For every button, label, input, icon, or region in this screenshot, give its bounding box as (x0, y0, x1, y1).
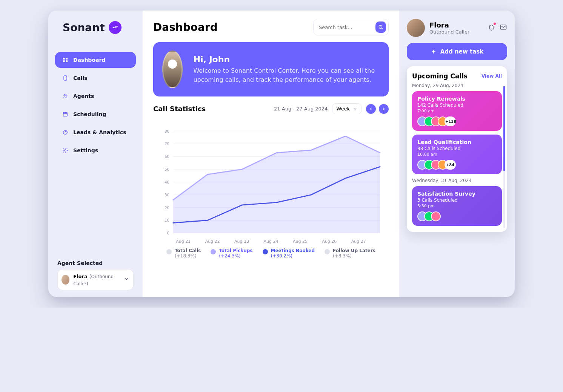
nav-item-dashboard[interactable]: Dashboard (55, 52, 136, 68)
call-time: 3:30 pm (417, 204, 497, 208)
x-tick: Aug 27 (344, 239, 373, 244)
gear-icon (62, 147, 69, 154)
x-tick: Aug 22 (198, 239, 227, 244)
brand-logo-icon (109, 21, 122, 34)
stats-header: Call Statistics 21 Aug - 27 Aug 2024 Wee… (153, 103, 389, 114)
greeting: Hi, John (193, 55, 380, 64)
svg-text:0: 0 (167, 231, 169, 235)
avatar (62, 275, 69, 285)
avatar-stack: +84 (417, 160, 497, 170)
svg-rect-0 (63, 58, 65, 60)
profile-icons (488, 23, 507, 32)
svg-text:60: 60 (165, 155, 169, 159)
legend-item[interactable]: Total Calls(+18.3%) (166, 248, 201, 259)
upcoming-list: Monday, 29 Aug, 2024 Policy Renewals 142… (412, 83, 502, 226)
svg-text:80: 80 (165, 129, 169, 133)
right-panel: Flora Outbound Caller Add new task Upcom… (399, 11, 515, 297)
plus-icon (431, 49, 437, 55)
legend-item[interactable]: Follow Up Laters(+8.3%) (325, 248, 375, 259)
add-task-button[interactable]: Add new task (407, 43, 507, 60)
call-card[interactable]: Satisfaction Survey 3 Calls Scheduled 3:… (412, 186, 502, 226)
hero-description: Welcome to Sonant Control Center. Here y… (193, 66, 380, 84)
phone-icon (62, 75, 69, 81)
welcome-banner: Hi, John Welcome to Sonant Control Cente… (153, 42, 389, 96)
x-tick: Aug 25 (286, 239, 315, 244)
search-input[interactable] (318, 24, 372, 31)
hero-avatar (162, 51, 183, 88)
header: Dashboard (153, 19, 389, 35)
x-tick: Aug 21 (169, 239, 198, 244)
legend-dot-icon (166, 249, 172, 254)
view-all-link[interactable]: View All (481, 74, 502, 79)
mail-icon[interactable] (500, 23, 507, 32)
range-nav (366, 104, 389, 114)
avatar-stack (417, 211, 497, 221)
date-range: 21 Aug - 27 Aug 2024 (274, 106, 328, 112)
upcoming-title: Upcoming Calls (412, 72, 468, 80)
svg-text:20: 20 (165, 206, 169, 210)
agent-selected-heading: Agent Selected (57, 260, 134, 266)
nav-label: Agents (73, 93, 94, 99)
chart: 01020304050607080 (154, 124, 388, 237)
stats-title: Call Statistics (153, 105, 206, 113)
search-button[interactable] (375, 21, 386, 33)
call-time: 7:00 am (417, 109, 497, 113)
sidebar-nav: Dashboard Calls Agents Scheduling (55, 52, 136, 158)
upcoming-date: Wednesday, 31 Aug, 2024 (412, 178, 502, 183)
upcoming-date: Monday, 29 Aug, 2024 (412, 83, 502, 88)
legend-item[interactable]: Total Pickups(+24.3%) (211, 248, 252, 259)
call-card[interactable]: Policy Renewals 142 Calls Scheduled 7:00… (412, 91, 502, 131)
granularity-label: Week (336, 106, 350, 112)
nav-item-agents[interactable]: Agents (55, 88, 136, 104)
granularity-select[interactable]: Week (332, 103, 361, 114)
call-card[interactable]: Lead Qualification 88 Calls Scheduled 10… (412, 135, 502, 174)
brand: Sonant (55, 19, 136, 34)
chart-svg: 01020304050607080 (158, 127, 384, 237)
chevron-right-icon (381, 107, 386, 111)
svg-rect-1 (66, 58, 68, 60)
page-title: Dashboard (153, 21, 218, 34)
profile-avatar (407, 19, 425, 37)
svg-rect-3 (66, 60, 68, 62)
x-tick: Aug 26 (315, 239, 344, 244)
prev-range-button[interactable] (366, 104, 376, 114)
svg-point-6 (64, 94, 65, 96)
legend-dot-icon (325, 249, 330, 254)
users-icon (62, 93, 69, 100)
svg-text:40: 40 (165, 180, 169, 184)
call-time: 10:00 am (417, 152, 497, 157)
nav-label: Dashboard (73, 57, 105, 63)
nav-item-settings[interactable]: Settings (55, 142, 136, 158)
svg-rect-8 (63, 112, 68, 116)
scrollbar[interactable] (503, 86, 505, 228)
svg-point-7 (66, 95, 67, 96)
avatar-overflow: +84 (445, 160, 456, 170)
nav-item-leads[interactable]: Leads & Analytics (55, 124, 136, 140)
upcoming-calls-card: Upcoming Calls View All Monday, 29 Aug, … (407, 66, 507, 232)
nav-item-calls[interactable]: Calls (55, 70, 136, 86)
avatar-overflow: +138 (445, 116, 456, 126)
nav-label: Leads & Analytics (73, 129, 126, 135)
avatar (431, 211, 441, 221)
nav-label: Calls (73, 75, 88, 81)
nav-item-scheduling[interactable]: Scheduling (55, 106, 136, 122)
avatar-stack: +138 (417, 116, 497, 126)
bell-icon[interactable] (488, 23, 495, 32)
legend-dot-icon (211, 249, 216, 254)
pie-icon (62, 129, 69, 136)
agent-selector[interactable]: Flora (Outbound Caller) (57, 269, 134, 290)
search-icon (378, 24, 384, 30)
svg-point-11 (379, 25, 382, 28)
call-subtitle: 88 Calls Scheduled (417, 146, 497, 151)
call-subtitle: 142 Calls Scheduled (417, 103, 497, 108)
chevron-left-icon (369, 107, 373, 111)
svg-text:10: 10 (165, 219, 169, 223)
svg-point-5 (66, 76, 67, 77)
x-tick: Aug 23 (227, 239, 256, 244)
call-title: Lead Qualification (417, 139, 497, 145)
app-shell: Sonant Dashboard Calls (48, 11, 515, 297)
legend-item[interactable]: Meetings Booked(+30.2%) (263, 248, 315, 259)
next-range-button[interactable] (379, 104, 389, 114)
x-axis: Aug 21Aug 22Aug 23Aug 24Aug 25Aug 26Aug … (154, 239, 388, 244)
agent-selected: Agent Selected Flora (Outbound Caller) (55, 260, 136, 290)
